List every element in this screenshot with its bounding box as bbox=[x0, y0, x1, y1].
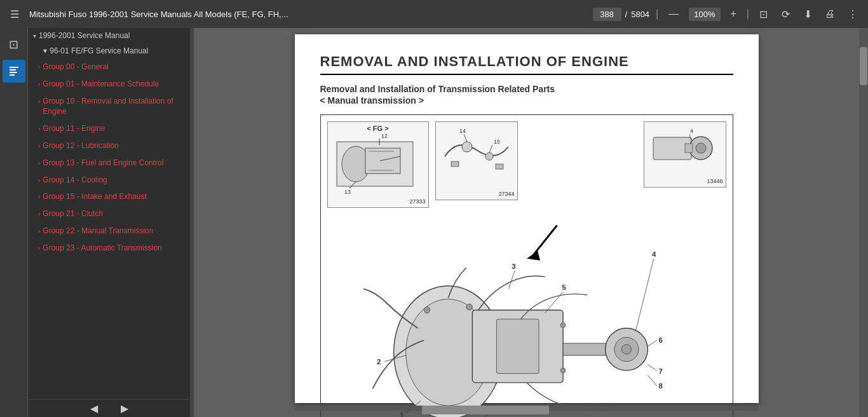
inset-2-svg: 14 15 bbox=[438, 125, 515, 188]
svg-point-24 bbox=[696, 143, 706, 153]
inset-3-fignum: 13446 bbox=[647, 178, 723, 184]
inset-3-svg: 4 bbox=[647, 125, 723, 175]
horizontal-scrollbar[interactable] bbox=[295, 406, 759, 411]
tree-item-group23[interactable]: › Group 23 - Automatic Transmission bbox=[28, 240, 190, 257]
tree-item-group11[interactable]: › Group 11 - Engine bbox=[28, 120, 190, 137]
group14-label: Group 14 - Cooling bbox=[43, 175, 185, 186]
tree-item-group22[interactable]: › Group 22 - Manual Transmission bbox=[28, 222, 190, 240]
right-scrollbar[interactable] bbox=[859, 28, 868, 417]
svg-text:6: 6 bbox=[658, 336, 662, 344]
svg-point-40 bbox=[560, 323, 566, 328]
fit-page-button[interactable]: ⊡ bbox=[756, 6, 771, 23]
page-content: REMOVAL AND INSTALLATION OF ENGINE Remov… bbox=[295, 34, 759, 403]
svg-text:4: 4 bbox=[690, 128, 693, 134]
svg-text:2: 2 bbox=[377, 358, 381, 366]
inset-1-label: < FG > bbox=[330, 125, 426, 132]
svg-text:15: 15 bbox=[494, 139, 500, 145]
zoom-level: 100% bbox=[689, 8, 720, 21]
tree-item-group00[interactable]: › Group 00 - General bbox=[28, 58, 190, 76]
svg-text:14: 14 bbox=[459, 128, 466, 134]
svg-rect-1 bbox=[10, 69, 16, 71]
nav-scroll-left[interactable]: ◀ bbox=[85, 401, 103, 416]
tree-item-group14[interactable]: › Group 14 - Cooling bbox=[28, 172, 190, 189]
svg-text:4: 4 bbox=[651, 250, 656, 258]
inset-1-svg: 12 13 bbox=[330, 132, 426, 196]
document-area[interactable]: REMOVAL AND INSTALLATION OF ENGINE Remov… bbox=[194, 28, 859, 417]
group00-chevron: › bbox=[38, 63, 40, 72]
page-number-input[interactable] bbox=[593, 8, 621, 21]
group23-chevron: › bbox=[38, 244, 40, 253]
group11-chevron: › bbox=[38, 125, 40, 133]
group00-label: Group 00 - General bbox=[43, 62, 185, 72]
nav-panel: ▾ 1996-2001 Service Manual ▾ 96-01 FE/FG… bbox=[28, 28, 190, 417]
more-options-button[interactable]: ⋮ bbox=[844, 6, 862, 23]
zoom-increase-button[interactable]: + bbox=[727, 6, 740, 22]
download-button[interactable]: ⬇ bbox=[800, 6, 816, 23]
tree-item-group10[interactable]: › Group 10 - Removal and Installation of… bbox=[28, 93, 190, 121]
svg-text:1: 1 bbox=[400, 411, 404, 417]
main-engine-diagram: 1 2 3 4 5 6 bbox=[327, 219, 726, 417]
svg-text:5: 5 bbox=[562, 284, 566, 291]
page-subtitle: Removal and Installation of Transmission… bbox=[320, 84, 733, 94]
svg-point-38 bbox=[424, 307, 430, 313]
group11-label: Group 11 - Engine bbox=[43, 123, 185, 134]
group15-chevron: › bbox=[38, 193, 40, 202]
svg-point-39 bbox=[466, 304, 472, 310]
tree-item-group13[interactable]: › Group 13 - Fuel and Engine Control bbox=[28, 154, 190, 172]
svg-text:3: 3 bbox=[512, 263, 515, 270]
tree-item-group15[interactable]: › Group 15 - Intake and Exhaust bbox=[28, 188, 190, 205]
bookmark-view-button[interactable] bbox=[3, 60, 25, 83]
group13-label: Group 13 - Fuel and Engine Control bbox=[43, 158, 185, 168]
menu-button[interactable]: ☰ bbox=[6, 6, 23, 23]
group22-label: Group 22 - Manual Transmission bbox=[43, 226, 185, 236]
svg-point-15 bbox=[485, 153, 493, 160]
document-title: Mitsubishi Fuso 1996-2001 Service Manual… bbox=[29, 10, 587, 19]
svg-rect-0 bbox=[10, 67, 18, 68]
tree-item-group12[interactable]: › Group 12 - Lubrication bbox=[28, 137, 190, 154]
tree-root[interactable]: ▾ 1996-2001 Service Manual bbox=[28, 28, 190, 43]
root-chevron: ▾ bbox=[33, 32, 36, 39]
tree-subparent[interactable]: ▾ 96-01 FE/FG Service Manual bbox=[28, 43, 190, 58]
svg-line-48 bbox=[635, 259, 654, 331]
svg-text:8: 8 bbox=[658, 382, 662, 390]
toolbar-right: ⬇ 🖨 ⋮ bbox=[800, 6, 862, 23]
subparent-chevron: ▾ bbox=[43, 46, 47, 55]
tree-item-group21[interactable]: › Group 21 - Clutch bbox=[28, 205, 190, 222]
page-subtitle2: < Manual transmission > bbox=[320, 95, 733, 106]
svg-point-41 bbox=[560, 368, 566, 373]
tree-item-group01[interactable]: › Group 01 - Maintenance Schedule bbox=[28, 76, 190, 93]
svg-text:12: 12 bbox=[381, 133, 388, 139]
group10-chevron: › bbox=[38, 97, 40, 106]
svg-rect-20 bbox=[451, 161, 459, 167]
nav-scroll-controls: ◀ ▶ bbox=[28, 399, 190, 417]
svg-line-28 bbox=[532, 226, 557, 256]
svg-rect-33 bbox=[496, 319, 539, 374]
svg-line-16 bbox=[464, 134, 467, 142]
main-area: ⊡ ▾ 1996-2001 Service Manual ▾ 96-01 FE/… bbox=[0, 28, 868, 417]
sidebar-icons: ⊡ bbox=[0, 28, 28, 417]
group14-chevron: › bbox=[38, 176, 40, 185]
nav-scroll-right[interactable]: ▶ bbox=[116, 401, 133, 416]
svg-point-14 bbox=[462, 142, 472, 152]
inset-1-fignum: 27333 bbox=[330, 198, 426, 205]
history-button[interactable]: ⟳ bbox=[778, 6, 794, 23]
group21-chevron: › bbox=[38, 210, 40, 219]
svg-rect-27 bbox=[685, 144, 693, 153]
inset-diagram-3: 4 13446 bbox=[644, 121, 726, 188]
toolbar: ☰ Mitsubishi Fuso 1996-2001 Service Manu… bbox=[0, 0, 868, 28]
page-separator: / bbox=[625, 10, 628, 19]
zoom-decrease-button[interactable]: — bbox=[665, 6, 682, 22]
separator-1: | bbox=[656, 8, 658, 20]
svg-line-18 bbox=[489, 145, 492, 153]
thumbnail-view-button[interactable]: ⊡ bbox=[3, 33, 25, 56]
group01-label: Group 01 - Maintenance Schedule bbox=[43, 79, 185, 90]
group23-label: Group 23 - Automatic Transmission bbox=[43, 243, 185, 254]
group01-chevron: › bbox=[38, 80, 40, 89]
inset-diagram-1: < FG > 12 13 bbox=[327, 121, 429, 208]
svg-rect-2 bbox=[10, 72, 17, 73]
print-button[interactable]: 🖨 bbox=[821, 6, 839, 22]
svg-rect-6 bbox=[365, 148, 400, 174]
svg-line-54 bbox=[648, 364, 656, 371]
root-label: 1996-2001 Service Manual bbox=[39, 31, 130, 40]
svg-marker-29 bbox=[527, 250, 540, 260]
